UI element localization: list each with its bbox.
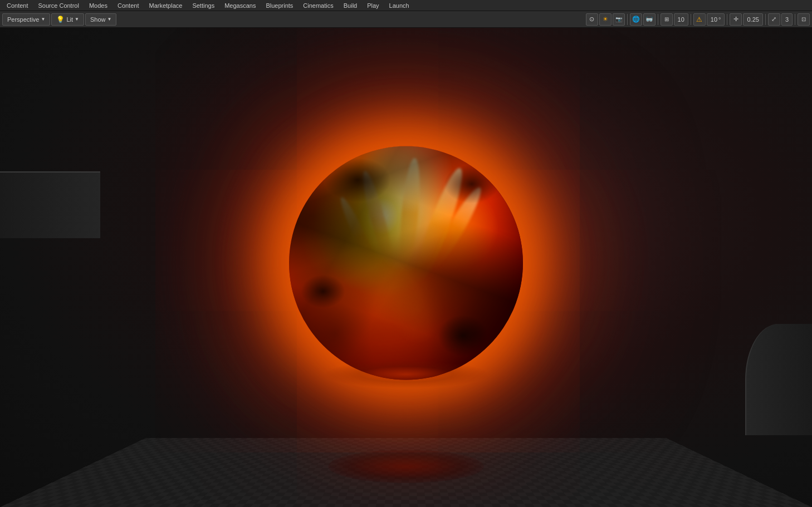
lava-stream-4 [336, 194, 384, 279]
separator2 [658, 14, 658, 25]
separator6 [795, 14, 795, 25]
right-structure [745, 324, 812, 435]
vr-icon: 🥽 [645, 16, 653, 23]
chevron-down-icon3: ▼ [107, 17, 111, 22]
viewport-canvas [0, 28, 812, 507]
world-settings-button[interactable]: 🌐 [630, 13, 642, 26]
dark-patch-4 [438, 314, 488, 356]
menu-marketplace[interactable]: Marketplace [144, 1, 187, 10]
ground-shadow [328, 450, 484, 483]
menu-build[interactable]: Build [339, 1, 361, 10]
menu-settings[interactable]: Settings [188, 1, 219, 10]
chevron-down-icon: ▼ [41, 17, 45, 22]
viewport-toolbar-right: ⊙ ☀ 📷 🌐 🥽 ⊞ 10 ⚠ 10 ° [586, 13, 810, 26]
dark-patch-3 [301, 274, 345, 308]
show-button[interactable]: Show ▼ [85, 13, 116, 26]
sun-icon: ☀ [603, 16, 608, 23]
translate-snap-button[interactable]: ✛ [730, 13, 742, 26]
rotation-snap-button[interactable]: 10 ° [707, 13, 725, 26]
perspective-button[interactable]: Perspective ▼ [2, 13, 50, 26]
menu-blueprints[interactable]: Blueprints [261, 1, 297, 10]
menu-launch[interactable]: Launch [385, 1, 414, 10]
left-structure [0, 171, 100, 238]
maximize-button[interactable]: ⊡ [798, 13, 810, 26]
menu-content2[interactable]: Content [113, 1, 144, 10]
camera-icon: 📷 [615, 16, 622, 22]
lit-button[interactable]: 💡 Lit ▼ [51, 13, 84, 26]
lava-stream-5 [425, 183, 486, 273]
menu-modes[interactable]: Modes [85, 1, 112, 10]
menu-play[interactable]: Play [363, 1, 383, 10]
perspective-label: Perspective [7, 16, 39, 23]
lit-icon: 💡 [56, 16, 65, 23]
lit-mode-button[interactable]: ☀ [599, 13, 612, 26]
separator3 [691, 14, 691, 25]
vr-button[interactable]: 🥽 [643, 13, 656, 26]
warning-icon: ⚠ [696, 16, 702, 23]
globe-icon: 🌐 [632, 16, 640, 23]
lava-stream-3 [409, 165, 469, 287]
realtime-button[interactable]: ⊙ [586, 13, 598, 26]
grid-snap-button[interactable]: ⊞ [661, 13, 673, 26]
grid-value-button[interactable]: 10 [674, 13, 688, 26]
camera-button[interactable]: 📷 [613, 13, 625, 26]
realtime-icon: ⊙ [589, 16, 594, 23]
dark-patch-1 [324, 157, 391, 202]
scale-snap-value: 3 [785, 16, 789, 23]
menu-cinematics[interactable]: Cinematics [299, 1, 337, 10]
chevron-down-icon2: ▼ [75, 17, 79, 22]
translate-snap-value: 0.25 [747, 16, 759, 23]
ball-shadow [322, 360, 490, 388]
scale-snap-icon: ⤢ [771, 16, 776, 23]
scale-snap-button[interactable]: ⤢ [768, 13, 780, 26]
menu-content[interactable]: Content [2, 1, 33, 10]
grid-value: 10 [678, 16, 684, 23]
viewport-toolbar: Perspective ▼ 💡 Lit ▼ Show ▼ ⊙ ☀ 📷 🌐 🥽 [0, 11, 812, 28]
scale-snap-value-button[interactable]: 3 [781, 13, 793, 26]
maximize-icon: ⊡ [801, 16, 806, 22]
lava-ball-container [289, 146, 523, 380]
rotation-snap-warning[interactable]: ⚠ [693, 13, 706, 26]
lit-label: Lit [66, 16, 73, 23]
grid-icon: ⊞ [664, 16, 669, 22]
menu-bar: Content Source Control Modes Content Mar… [0, 0, 812, 11]
menu-megascans[interactable]: Megascans [220, 1, 260, 10]
separator1 [627, 14, 628, 25]
lava-ball [289, 146, 523, 380]
lava-stream-2 [358, 169, 398, 269]
separator5 [765, 14, 766, 25]
lava-stream-1 [397, 157, 423, 269]
viewport[interactable] [0, 28, 812, 507]
translate-snap-value-button[interactable]: 0.25 [743, 13, 762, 26]
rotation-snap-value: 10 [711, 16, 717, 23]
dark-patch-2 [444, 165, 500, 204]
menu-source-control[interactable]: Source Control [34, 1, 84, 10]
show-label: Show [90, 16, 106, 23]
translate-snap-icon: ✛ [733, 16, 738, 23]
separator4 [727, 14, 727, 25]
rotation-snap-unit: ° [718, 16, 721, 23]
